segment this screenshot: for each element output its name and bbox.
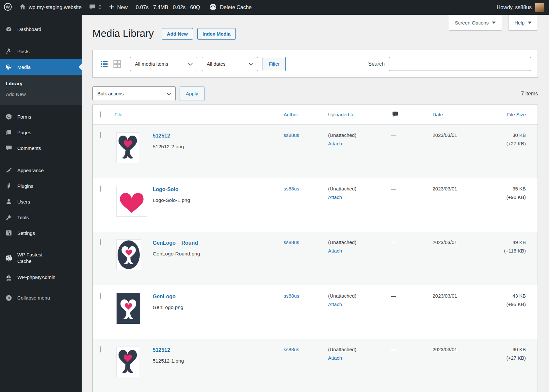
list-view-button[interactable] [99,59,109,69]
thumbnail-heart-monogram-light[interactable] [116,132,139,163]
sidebar-item-forms[interactable]: Forms [0,109,82,124]
collapse-arrow-icon [5,294,13,302]
add-new-button[interactable]: Add New [162,28,193,40]
admin-bar-comments[interactable]: 0 [85,0,105,15]
media-title-link[interactable]: GenLogo – Round [153,240,200,246]
date-cell: 2023/03/01 [422,285,474,339]
sidebar-label: Settings [17,230,35,236]
date-cell: 2023/03/01 [422,232,474,285]
sidebar-item-settings[interactable]: Settings [0,225,82,241]
admin-sidebar: Dashboard Posts Media Library Add New Fo… [0,15,82,392]
comment-count: 0 [99,5,102,10]
screen-meta-links: Screen Options Help [449,15,538,31]
comment-count-cell: — [387,178,422,232]
sidebar-item-media[interactable]: Media [0,59,82,75]
author-link[interactable]: ss88us [284,293,299,299]
table-header-row: File Author Uploaded to Date File Size [93,105,538,124]
sidebar-label: Tools [17,215,29,220]
chevron-down-icon [167,91,171,96]
site-name-link[interactable]: wp.my-staging.website [16,0,85,15]
media-title-link[interactable]: 512512 [153,133,184,139]
submenu-item-add-new[interactable]: Add New [0,89,82,100]
sidebar-item-comments[interactable]: Comments [0,140,82,156]
date-filter-select[interactable]: All dates [202,57,258,71]
media-title-link[interactable]: GenLogo [153,294,184,300]
column-header-author[interactable]: Author [278,105,322,124]
bulk-actions-bar: Bulk actions Apply 7 items [92,86,538,101]
uploaded-to-status: (Unattached) [328,186,387,191]
column-header-comments[interactable] [387,105,422,124]
comment-count-cell: — [387,232,422,285]
media-type-filter-value: All media items [135,61,168,67]
sidebar-label: Posts [17,49,30,54]
thumbnail-pink-heart[interactable] [116,186,147,217]
wordpress-logo-menu[interactable]: W [0,0,16,15]
sidebar-label: Forms [17,114,31,120]
wordpress-logo-icon: W [4,3,12,12]
author-link[interactable]: ss88us [284,132,299,138]
attach-link[interactable]: Attach [328,355,342,361]
help-tab[interactable]: Help [508,15,538,31]
date-cell: 2023/03/01 [422,339,474,392]
index-media-button[interactable]: Index Media [197,28,236,40]
user-icon [5,198,13,205]
media-filename: GenLogo-Round.png [153,251,200,257]
column-header-date[interactable]: Date [422,105,474,124]
file-size-extra: (+27 KB) [474,141,526,146]
submenu-item-library[interactable]: Library [0,78,82,89]
bulk-actions-select[interactable]: Bulk actions [92,86,176,101]
file-size: 49 KB [474,239,526,245]
sidebar-item-wp-phpmyadmin[interactable]: WP-phpMyAdmin [0,269,82,286]
query-monitor-stats[interactable]: 0.07s 7.4MB 0.02s 60Q [131,5,205,10]
collapse-menu-button[interactable]: Collapse menu [0,290,82,306]
thumbnail-heart-monogram-dark[interactable] [116,293,140,324]
attach-link[interactable]: Attach [328,194,342,200]
sidebar-item-dashboard[interactable]: Dashboard [0,21,82,37]
row-checkbox[interactable] [100,186,101,192]
cheetah-icon [208,3,218,12]
author-link[interactable]: ss88us [284,347,299,352]
bulk-actions-value: Bulk actions [97,91,124,96]
chevron-down-icon [492,22,496,24]
media-title-link[interactable]: Logo-Solo [153,187,190,192]
sidebar-item-users[interactable]: Users [0,194,82,209]
attach-link[interactable]: Attach [328,141,342,146]
row-checkbox[interactable] [100,346,101,352]
date-cell: 2023/03/01 [422,124,474,178]
chevron-down-icon [188,61,193,67]
row-checkbox[interactable] [100,293,101,299]
sidebar-item-plugins[interactable]: Plugins [0,178,82,194]
column-header-uploaded-to[interactable]: Uploaded to [322,105,387,124]
gravity-forms-icon [5,113,13,120]
select-all-checkbox[interactable] [100,111,101,118]
apply-button[interactable]: Apply [180,87,204,101]
new-content-menu[interactable]: New [105,0,131,15]
delete-cache-button[interactable]: Delete Cache [205,0,255,15]
media-type-filter-select[interactable]: All media items [130,57,197,71]
sidebar-item-pages[interactable]: Pages [0,124,82,140]
attach-link[interactable]: Attach [328,302,342,307]
grid-view-button[interactable] [112,59,122,69]
thumbnail-heart-monogram-light[interactable] [116,347,139,377]
column-header-file-size[interactable]: File Size [474,105,538,124]
row-checkbox[interactable] [100,239,101,245]
filter-button[interactable]: Filter [263,57,286,71]
sidebar-item-wp-fastest-cache[interactable]: WP Fastest Cache [0,247,82,269]
media-row: GenLogo GenLogo.png ss88us (Unattached) … [93,285,538,339]
sidebar-item-tools[interactable]: Tools [0,209,82,225]
screen-options-tab[interactable]: Screen Options [449,15,502,31]
media-title-link[interactable]: 512512 [153,347,184,353]
author-link[interactable]: ss88us [284,186,299,191]
thumbnail-heart-monogram-round[interactable] [116,239,141,270]
row-checkbox[interactable] [100,132,101,138]
comment-bubble-icon [89,3,96,12]
sidebar-item-appearance[interactable]: Appearance [0,162,82,178]
uploaded-to-status: (Unattached) [328,132,387,138]
author-link[interactable]: ss88us [284,239,299,245]
attach-link[interactable]: Attach [328,248,342,253]
my-account-menu[interactable]: Howdy, ss88us [497,3,549,12]
search-input[interactable] [389,57,531,71]
sidebar-item-posts[interactable]: Posts [0,43,82,59]
file-size-extra: (+118 KB) [474,248,526,253]
column-header-file[interactable]: File [111,105,278,124]
